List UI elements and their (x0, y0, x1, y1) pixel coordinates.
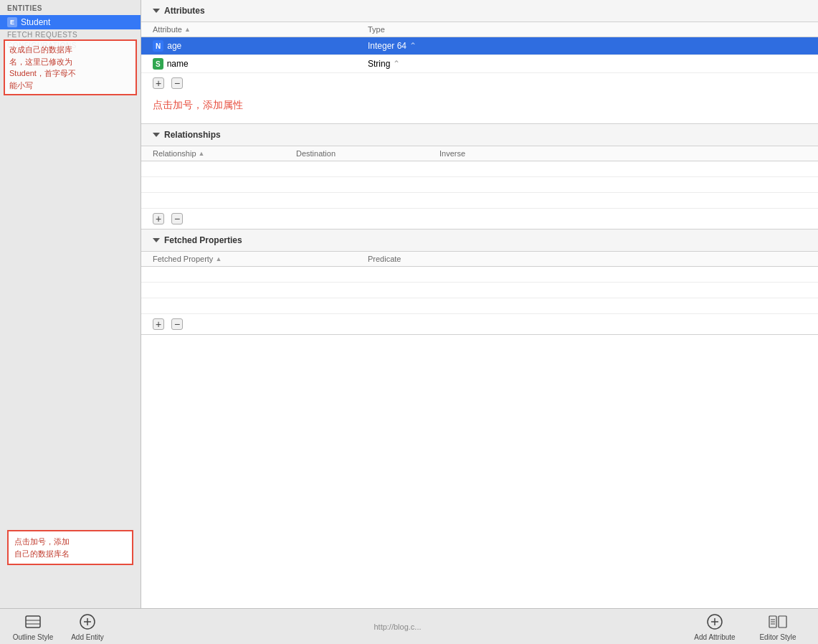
svg-rect-10 (779, 616, 786, 628)
relationships-section-header[interactable]: Relationships (141, 124, 818, 146)
fetch-empty-row-1 (141, 267, 818, 283)
attribute-col-header: Attribute ▲ (153, 25, 368, 34)
add-entity-icon (78, 612, 97, 631)
sidebar-item-label: Student (21, 17, 50, 27)
relationships-section-title: Relationships (164, 130, 221, 140)
add-attribute-button[interactable]: + (153, 77, 164, 89)
sidebar-item-student[interactable]: E Student (0, 15, 141, 29)
sidebar-bottom-annotation: 点击加号，添加 自己的数据库名 (7, 530, 133, 565)
add-attribute-toolbar-label: Add Attribute (694, 633, 735, 641)
outline-style-icon (24, 612, 42, 631)
fetched-properties-add-remove: + − (141, 314, 818, 334)
relationships-section: Relationships Relationship ▲ Destination… (141, 124, 818, 229)
attribute-name-cell: N age (153, 40, 368, 52)
relationship-col-header: Relationship ▲ (153, 149, 296, 158)
outline-style-label: Outline Style (13, 633, 54, 641)
type-stepper-age[interactable]: ⌃ (409, 41, 417, 51)
attribute-type-cell-name: String ⌃ (368, 59, 807, 69)
attributes-column-headers: Attribute ▲ Type (141, 22, 818, 37)
type-badge-S: S (153, 58, 163, 70)
bottom-toolbar: Outline Style Add Entity http://blog.c..… (0, 608, 818, 644)
attribute-sort-arrow[interactable]: ▲ (184, 26, 191, 33)
add-fetched-property-button[interactable]: + (153, 318, 164, 330)
attribute-name-name: name (167, 59, 189, 69)
fetch-empty-row-2 (141, 283, 818, 298)
svg-rect-0 (26, 616, 40, 628)
add-entity-label: Add Entity (71, 633, 104, 641)
toolbar-url: http://blog.c... (109, 622, 686, 631)
rel-empty-row-1 (141, 161, 818, 177)
fetched-properties-section: Fetched Properties Fetched Property ▲ Pr… (141, 229, 818, 335)
add-entity-button[interactable]: Add Entity (66, 612, 109, 641)
attributes-section-title: Attributes (164, 6, 205, 16)
fetched-properties-table: Fetched Property ▲ Predicate + − (141, 252, 818, 334)
predicate-col-header: Predicate (368, 255, 807, 263)
type-stepper-name[interactable]: ⌃ (393, 59, 400, 69)
entity-icon: E (7, 17, 17, 27)
fetched-properties-column-headers: Fetched Property ▲ Predicate (141, 252, 818, 267)
remove-relationship-button[interactable]: − (171, 213, 183, 224)
add-attribute-annotation: 点击加号，添加属性 (141, 93, 818, 123)
toolbar-left: Outline Style Add Entity (11, 612, 109, 641)
fetch-empty-row-3 (141, 298, 818, 314)
type-badge-N: N (153, 40, 163, 52)
relationships-table: Relationship ▲ Destination Inverse + − (141, 146, 818, 229)
inverse-col-header: Inverse (439, 149, 807, 158)
fetched-property-sort-arrow[interactable]: ▲ (215, 255, 222, 262)
add-attribute-toolbar-button[interactable]: Add Attribute (686, 612, 743, 641)
rel-empty-row-3 (141, 193, 818, 209)
editor-style-icon (769, 612, 787, 631)
fetched-properties-section-header[interactable]: Fetched Properties (141, 229, 818, 252)
rel-empty-row-2 (141, 177, 818, 193)
relationships-column-headers: Relationship ▲ Destination Inverse (141, 146, 818, 161)
fetched-property-col-header: Fetched Property ▲ (153, 255, 368, 263)
attribute-type-age: Integer 64 (368, 41, 406, 51)
attribute-type-name: String (368, 59, 390, 69)
configurations-label: CONFIGURATIONS (0, 40, 141, 51)
type-col-header: Type (368, 25, 807, 34)
editor-style-label: Editor Style (759, 633, 796, 641)
fetch-requests-label: FETCH REQUESTS (0, 29, 141, 40)
sidebar-header: ENTITIES (0, 0, 141, 15)
attributes-add-remove: + − (141, 73, 818, 93)
relationships-add-remove: + − (141, 209, 818, 229)
add-relationship-button[interactable]: + (153, 213, 164, 224)
editor-style-button[interactable]: Editor Style (749, 612, 807, 641)
attributes-table: Attribute ▲ Type N age Integer 64 (141, 22, 818, 123)
attributes-section: Attributes Attribute ▲ Type N age (141, 0, 818, 124)
attribute-row-age[interactable]: N age Integer 64 ⌃ (141, 37, 818, 55)
destination-col-header: Destination (296, 149, 439, 158)
attributes-collapse-triangle[interactable] (153, 9, 160, 13)
add-attribute-icon (705, 612, 724, 631)
toolbar-right: Add Attribute Editor Style (686, 612, 807, 641)
sidebar: ENTITIES E Student FETCH REQUESTS CONFIG… (0, 0, 141, 608)
attribute-name-cell: S name (153, 58, 368, 70)
remove-attribute-button[interactable]: − (171, 77, 183, 89)
remove-fetched-property-button[interactable]: − (171, 318, 183, 330)
relationships-collapse-triangle[interactable] (153, 133, 160, 137)
main-content: Attributes Attribute ▲ Type N age (141, 0, 818, 608)
attribute-type-cell-age: Integer 64 ⌃ (368, 41, 807, 51)
attribute-name-age: age (167, 41, 181, 51)
fetched-properties-collapse-triangle[interactable] (153, 238, 160, 242)
fetched-properties-section-title: Fetched Properties (164, 235, 242, 245)
outline-style-button[interactable]: Outline Style (11, 612, 54, 641)
attribute-row-name[interactable]: S name String ⌃ (141, 55, 818, 73)
relationship-sort-arrow[interactable]: ▲ (199, 150, 205, 157)
attributes-section-header[interactable]: Attributes (141, 0, 818, 22)
